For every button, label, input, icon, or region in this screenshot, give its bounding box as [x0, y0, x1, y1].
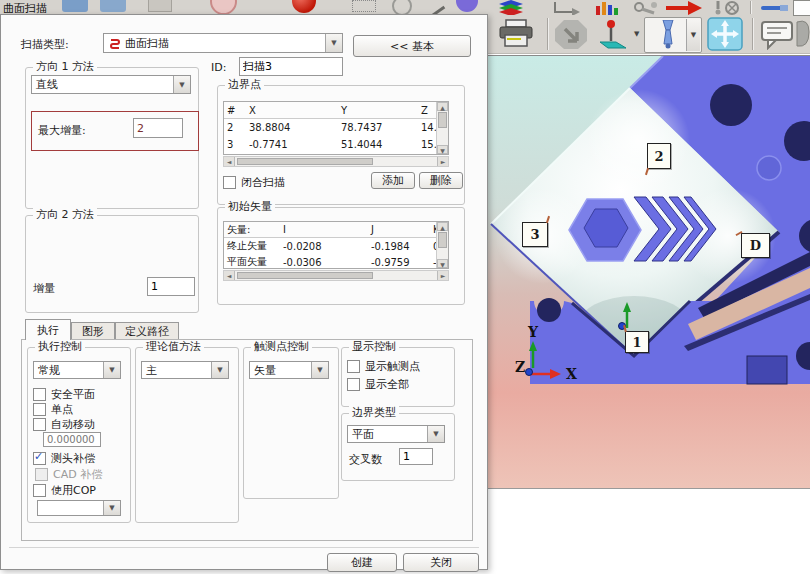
- scrollbar-thumb[interactable]: [237, 272, 373, 279]
- table-row[interactable]: 2 38.8804 78.7437 14.376: [224, 119, 448, 136]
- cell: 2: [224, 122, 246, 133]
- scroll-left-icon[interactable]: ◄: [224, 157, 235, 166]
- scrollbar-thumb[interactable]: [438, 112, 447, 128]
- tab-define-path[interactable]: 定义路径: [115, 322, 179, 340]
- scroll-up-icon[interactable]: ▲: [437, 102, 448, 111]
- blue-tool-icon-2[interactable]: [100, 0, 126, 12]
- closed-scan-checkbox[interactable]: [223, 176, 236, 189]
- blank-page-icon[interactable]: [793, 0, 810, 16]
- crossings-input[interactable]: [399, 448, 433, 465]
- close-button[interactable]: 关闭: [403, 553, 479, 572]
- direction1-method-dropdown[interactable]: 直线 ▼: [31, 75, 191, 94]
- feature-marker-1[interactable]: 1: [625, 331, 649, 353]
- scroll-left-icon[interactable]: ◄: [224, 271, 235, 280]
- chevron-down-icon[interactable]: ▼: [311, 362, 328, 378]
- delete-button[interactable]: 删除: [419, 172, 463, 189]
- chevron-down-icon[interactable]: ▼: [103, 362, 120, 378]
- face-glow: [586, 89, 690, 193]
- use-cop-checkbox[interactable]: [33, 484, 46, 497]
- probe-tool-icon[interactable]: [632, 0, 660, 15]
- chevron-down-icon[interactable]: ▼: [211, 362, 228, 378]
- initial-vector-table[interactable]: 矢量: I J K 终止矢量 -0.0208 -0.1984 0 平面矢量 -0…: [223, 221, 449, 269]
- toolbar-separator: [750, 1, 752, 14]
- scrollbar-thumb[interactable]: [237, 158, 373, 165]
- gray-tool-icon[interactable]: [148, 0, 172, 12]
- add-button[interactable]: 添加: [371, 172, 415, 189]
- probe-mode-dropdown[interactable]: ▼: [644, 17, 702, 53]
- id-input[interactable]: [239, 57, 343, 76]
- table-row[interactable]: 终止矢量 -0.0208 -0.1984 0: [224, 238, 448, 254]
- show-hits-checkbox[interactable]: [347, 360, 360, 373]
- nominals-method-dropdown[interactable]: 主 ▼: [141, 361, 229, 379]
- pan-view-icon[interactable]: [707, 17, 743, 51]
- vertical-scrollbar[interactable]: ▲▼: [436, 102, 448, 154]
- basic-toggle-button[interactable]: << 基本: [353, 35, 471, 57]
- scroll-right-icon[interactable]: ►: [437, 157, 448, 166]
- tab-graphics[interactable]: 图形: [71, 322, 115, 340]
- feature-marker-2[interactable]: 2: [647, 143, 671, 169]
- layers-icon[interactable]: [497, 0, 529, 15]
- boundary-points-table[interactable]: # X Y Z 2 38.8804 78.7437 14.376 3 -0.77…: [223, 101, 449, 155]
- create-button[interactable]: 创建: [327, 553, 397, 572]
- probe-comp-row[interactable]: ✓ 测头补偿: [33, 451, 95, 466]
- purple-circle-icon[interactable]: [456, 0, 478, 12]
- single-point-row[interactable]: 单点: [33, 402, 73, 417]
- scroll-up-icon[interactable]: ▲: [437, 222, 448, 231]
- vector-arrow-icon[interactable]: [552, 0, 582, 15]
- scroll-right-icon[interactable]: ►: [437, 271, 448, 280]
- stop-alignment-icon[interactable]: [553, 19, 591, 49]
- feature-marker-D[interactable]: D: [741, 233, 770, 258]
- increment-input[interactable]: [147, 277, 195, 296]
- part-hole: [710, 84, 752, 126]
- scrollbar-thumb[interactable]: [438, 232, 447, 248]
- chevron-down-icon[interactable]: ▼: [634, 30, 639, 38]
- auto-move-distance-input[interactable]: [43, 432, 101, 447]
- show-all-row[interactable]: 显示全部: [347, 377, 409, 392]
- marker-label: D: [750, 238, 761, 253]
- show-all-checkbox[interactable]: [347, 378, 360, 391]
- probe-comp-checkbox[interactable]: ✓: [33, 452, 46, 465]
- use-cop-row[interactable]: 使用COP: [33, 483, 96, 498]
- chevron-down-icon[interactable]: ▼: [427, 426, 444, 442]
- feature-marker-3[interactable]: 3: [522, 222, 548, 247]
- lasso-icon[interactable]: [795, 18, 810, 51]
- hit-control-dropdown[interactable]: 矢量 ▼: [249, 361, 329, 379]
- probe-plane-icon[interactable]: [594, 18, 632, 50]
- table-row[interactable]: 平面矢量 -0.0306 -0.9759 -: [224, 254, 448, 269]
- scroll-down-icon[interactable]: ▼: [437, 259, 448, 268]
- histogram-icon[interactable]: [594, 0, 622, 15]
- show-hits-row[interactable]: 显示触测点: [347, 359, 420, 374]
- gray-grid-icon[interactable]: [352, 0, 376, 12]
- print-icon[interactable]: [496, 19, 538, 49]
- chevron-down-icon[interactable]: ▼: [686, 19, 700, 51]
- tab-execute[interactable]: 执行: [25, 319, 71, 340]
- table-header-row: # X Y Z: [224, 102, 448, 119]
- auto-move-checkbox[interactable]: [33, 418, 46, 431]
- closed-scan-checkbox-row[interactable]: 闭合扫描: [223, 175, 285, 190]
- comment-icon[interactable]: [760, 20, 796, 50]
- chevron-down-icon[interactable]: ▼: [103, 501, 120, 515]
- max-increment-input[interactable]: [133, 118, 183, 138]
- scroll-down-icon[interactable]: ▼: [437, 145, 448, 154]
- cop-dropdown[interactable]: ▼: [37, 500, 121, 516]
- single-point-checkbox[interactable]: [33, 403, 46, 416]
- blue-tool-icon[interactable]: [62, 0, 88, 12]
- table-row[interactable]: 3 -0.7741 51.4044 15.755: [224, 136, 448, 153]
- red-sphere-icon[interactable]: [292, 0, 316, 13]
- pink-circle-icon[interactable]: [210, 0, 237, 15]
- safety-plane-row[interactable]: 安全平面: [33, 387, 95, 402]
- execution-mode-dropdown[interactable]: 常规 ▼: [33, 361, 121, 379]
- measure-line-icon[interactable]: [760, 0, 790, 15]
- graphics-viewport[interactable]: Y Z X 2 3 D 1: [488, 55, 810, 489]
- chevron-down-icon[interactable]: ▼: [173, 76, 190, 93]
- horizontal-scrollbar[interactable]: ◄►: [223, 270, 449, 281]
- red-arrow-icon[interactable]: [664, 0, 704, 15]
- horizontal-scrollbar[interactable]: ◄►: [223, 156, 449, 167]
- boundary-type-dropdown[interactable]: 平面 ▼: [347, 425, 445, 443]
- safety-plane-checkbox[interactable]: [33, 388, 46, 401]
- probe-config-icon[interactable]: [712, 0, 742, 15]
- scan-type-dropdown[interactable]: 曲面扫描 ▼: [103, 33, 343, 53]
- chevron-down-icon[interactable]: ▼: [325, 34, 342, 52]
- vertical-scrollbar[interactable]: ▲▼: [436, 222, 448, 268]
- auto-move-row[interactable]: 自动移动: [33, 417, 95, 432]
